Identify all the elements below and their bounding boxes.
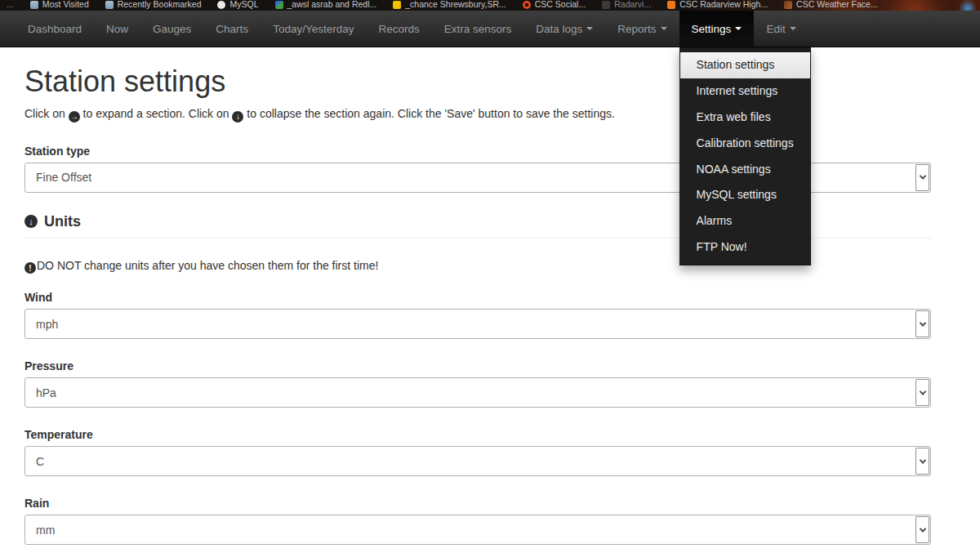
chevron-down-icon	[915, 448, 929, 475]
nav-label: Settings	[692, 23, 732, 35]
nav-item-reports[interactable]: Reports	[605, 11, 679, 47]
nav-item-settings[interactable]: Settings Station settings Internet setti…	[679, 11, 755, 47]
units-section-title: Units	[44, 213, 81, 230]
select-value: Fine Offset	[36, 171, 91, 184]
temperature-label: Temperature	[24, 428, 931, 441]
menu-item-internet-settings[interactable]: Internet settings	[680, 78, 810, 105]
warning-text: DO NOT change units after you have chose…	[37, 259, 378, 272]
bookmark-label: CSC Social...	[535, 0, 586, 9]
folder-icon	[105, 1, 114, 9]
rain-units-group: Rain mm	[24, 497, 931, 545]
bookmark-item-recently-bookmarked[interactable]: Recently Bookmarked	[105, 0, 202, 9]
site-icon	[393, 1, 401, 9]
chevron-down-icon	[915, 516, 929, 543]
menu-item-station-settings[interactable]: Station settings	[680, 52, 810, 78]
nav-label: Records	[378, 23, 419, 35]
bookmark-item[interactable]: CSC Radarview High...	[667, 0, 768, 9]
pressure-units-select[interactable]: hPa	[24, 377, 931, 408]
menu-item-calibration-settings[interactable]: Calibration settings	[680, 131, 810, 157]
bookmark-label: ...	[7, 0, 14, 9]
bookmark-item-most-visited[interactable]: Most Visited	[30, 0, 89, 9]
rain-label: Rain	[24, 497, 931, 510]
bookmark-item[interactable]: _awsl asrab and Redl...	[275, 0, 377, 9]
nav-item-now[interactable]: Now	[94, 11, 140, 47]
nav-item-edit[interactable]: Edit	[754, 11, 808, 47]
menu-item-extra-web-files[interactable]: Extra web files	[680, 105, 810, 131]
nav-label: Edit	[766, 23, 785, 35]
chevron-down-icon	[915, 164, 929, 191]
site-icon	[667, 1, 675, 9]
caret-down-icon	[586, 27, 593, 30]
bookmark-item[interactable]: CSC Weather Face...	[784, 0, 878, 9]
bookmark-label: Most Visited	[42, 0, 89, 9]
nav-label: Gauges	[153, 23, 191, 35]
intro-text-part: to expand a section. Click on	[83, 107, 229, 120]
select-value: hPa	[36, 386, 56, 399]
pressure-label: Pressure	[24, 359, 931, 372]
nav-item-data-logs[interactable]: Data logs	[523, 11, 605, 47]
arrow-right-circle-icon: →	[69, 111, 80, 123]
bookmark-label: Radarvi...	[614, 0, 651, 9]
pressure-units-group: Pressure hPa	[24, 359, 931, 408]
nav-label: Reports	[617, 23, 656, 35]
settings-dropdown-menu: Station settings Internet settings Extra…	[679, 47, 811, 265]
intro-text-part: Click on	[24, 107, 65, 120]
nav-item-today-yesterday[interactable]: Today/Yesterday	[261, 11, 366, 47]
chevron-down-icon	[915, 310, 929, 337]
caret-down-icon	[661, 27, 667, 30]
menu-item-mysql-settings[interactable]: MySQL settings	[680, 182, 810, 208]
nav-label: Data logs	[536, 23, 582, 35]
bookmark-item[interactable]: CSC Social...	[523, 0, 586, 9]
nav-label: Extra sensors	[444, 23, 512, 35]
nav-item-dashboard[interactable]: Dashboard	[16, 11, 94, 47]
wind-units-select[interactable]: mph	[24, 309, 931, 339]
bookmark-label: Recently Bookmarked	[118, 0, 202, 9]
nav-item-extra-sensors[interactable]: Extra sensors	[432, 11, 524, 47]
nav-label: Now	[106, 23, 128, 35]
temperature-units-select[interactable]: C	[24, 446, 931, 476]
select-value: mph	[36, 318, 58, 331]
bookmark-label: CSC Radarview High...	[679, 0, 768, 9]
wind-label: Wind	[24, 291, 931, 304]
select-value: C	[36, 455, 44, 468]
caret-down-icon	[790, 27, 796, 30]
nav-item-records[interactable]: Records	[366, 11, 431, 47]
bookmark-label: _awsl asrab and Redl...	[287, 0, 377, 9]
bookmark-label: MySQL	[229, 0, 258, 9]
temperature-units-group: Temperature C	[24, 428, 931, 476]
bookmark-label: CSC Weather Face...	[796, 0, 878, 9]
menu-item-noaa-settings[interactable]: NOAA settings	[680, 157, 810, 183]
menu-item-alarms[interactable]: Alarms	[680, 208, 810, 234]
site-icon	[602, 1, 610, 9]
nav-item-charts[interactable]: Charts	[203, 11, 261, 47]
site-icon	[784, 1, 792, 9]
caret-down-icon	[735, 27, 742, 30]
bookmark-item[interactable]: ...	[7, 0, 14, 9]
bookmark-item[interactable]: _chance Shrewsbury,SR...	[393, 0, 506, 9]
main-navbar: Dashboard Now Gauges Charts Today/Yester…	[0, 11, 980, 47]
bookmark-label: _chance Shrewsbury,SR...	[405, 0, 506, 9]
nav-label: Today/Yesterday	[273, 23, 354, 35]
intro-text-part: to collapse the section again. Click the…	[247, 107, 615, 120]
browser-bookmarks-bar: ... Most Visited Recently Bookmarked MyS…	[0, 0, 980, 11]
site-icon	[275, 1, 283, 9]
menu-item-ftp-now[interactable]: FTP Now!	[680, 234, 810, 261]
select-value: mm	[36, 524, 55, 537]
wind-units-group: Wind mph	[24, 291, 931, 339]
arrow-down-circle-icon: ↓	[232, 111, 243, 123]
bookmark-item[interactable]: Radarvi...	[602, 0, 651, 9]
nav-label: Charts	[216, 23, 248, 35]
globe-icon	[217, 1, 225, 9]
nav-label: Dashboard	[28, 23, 82, 35]
chevron-down-icon	[915, 379, 929, 406]
arrow-down-circle-icon: ↓	[24, 215, 38, 228]
bookmark-item-mysql[interactable]: MySQL	[217, 0, 258, 9]
info-circle-icon: !	[24, 262, 36, 274]
nav-item-gauges[interactable]: Gauges	[140, 11, 203, 47]
site-icon	[523, 1, 531, 9]
rain-units-select[interactable]: mm	[24, 515, 931, 545]
folder-icon	[30, 1, 38, 9]
